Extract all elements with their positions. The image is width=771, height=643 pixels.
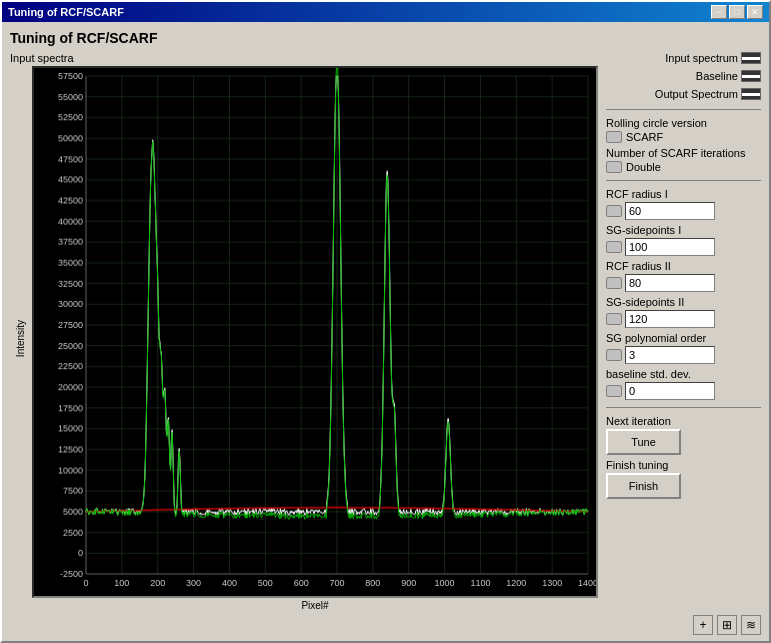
chart-container — [32, 66, 598, 598]
rcf-radius-i-row — [606, 202, 761, 220]
sg-sidepoints-ii-label: SG-sidepoints II — [606, 296, 761, 308]
legend-output-spectrum: Output Spectrum — [655, 88, 761, 100]
divider-3 — [606, 407, 761, 408]
output-spectrum-icon — [741, 88, 761, 100]
minimize-button[interactable]: − — [711, 5, 727, 19]
legend-row: Input spectrum — [606, 52, 761, 64]
sg-poly-order-row — [606, 346, 761, 364]
y-label-container: Intensity — [10, 66, 32, 611]
page-title: Tuning of RCF/SCARF — [10, 30, 761, 46]
input-spectrum-label: Input spectrum — [665, 52, 738, 64]
main-window: Tuning of RCF/SCARF − □ ✕ Tuning of RCF/… — [0, 0, 771, 643]
close-button[interactable]: ✕ — [747, 5, 763, 19]
sidebar: Input spectrum Baseline — [606, 52, 761, 611]
sg-poly-order-label: SG polynomial order — [606, 332, 761, 344]
legend-baseline: Baseline — [696, 70, 761, 82]
rolling-circle-section: Rolling circle version SCARF — [606, 117, 761, 143]
rolling-circle-value: SCARF — [626, 131, 663, 143]
finish-button[interactable]: Finish — [606, 473, 681, 499]
input-spectrum-icon — [741, 52, 761, 64]
sg-sidepoints-i-input[interactable] — [625, 238, 715, 256]
baseline-icon — [741, 70, 761, 82]
spectrum-chart — [34, 68, 596, 596]
maximize-button[interactable]: □ — [729, 5, 745, 19]
sg-sidepoints-ii-input[interactable] — [625, 310, 715, 328]
legend-input-spectrum: Input spectrum — [665, 52, 761, 64]
rolling-circle-radio-group: SCARF — [606, 131, 761, 143]
baseline-std-label: baseline std. dev. — [606, 368, 761, 380]
rcf-radius-i-section: RCF radius I — [606, 188, 761, 220]
tune-section: Next iteration Tune — [606, 415, 761, 455]
rcf-radius-ii-input[interactable] — [625, 274, 715, 292]
sg-sidepoints-i-row — [606, 238, 761, 256]
window-content: Tuning of RCF/SCARF Input spectra Intens… — [2, 22, 769, 643]
title-bar: Tuning of RCF/SCARF − □ ✕ — [2, 2, 769, 22]
divider-1 — [606, 109, 761, 110]
rcf-radius-i-spinner-icon — [606, 205, 622, 217]
baseline-std-row — [606, 382, 761, 400]
sg-poly-order-spinner-icon — [606, 349, 622, 361]
x-axis-label: Pixel# — [32, 600, 598, 611]
window-title: Tuning of RCF/SCARF — [8, 6, 124, 18]
sg-poly-order-input[interactable] — [625, 346, 715, 364]
baseline-std-input[interactable] — [625, 382, 715, 400]
tune-button[interactable]: Tune — [606, 429, 681, 455]
baseline-std-section: baseline std. dev. — [606, 368, 761, 400]
rcf-radius-i-label: RCF radius I — [606, 188, 761, 200]
zoom-reset-icon[interactable]: ⊞ — [717, 615, 737, 635]
rcf-radius-i-input[interactable] — [625, 202, 715, 220]
output-spectrum-line — [742, 93, 760, 96]
sg-poly-order-section: SG polynomial order — [606, 332, 761, 364]
chart-section-label: Input spectra — [10, 52, 598, 64]
chart-area: Input spectra Intensity Pixel# — [10, 52, 598, 611]
baseline-std-spinner-icon — [606, 385, 622, 397]
baseline-label: Baseline — [696, 70, 738, 82]
scarf-iterations-label: Number of SCARF iterations — [606, 147, 761, 159]
scarf-iterations-radio[interactable] — [606, 161, 622, 173]
sg-sidepoints-i-label: SG-sidepoints I — [606, 224, 761, 236]
rcf-radius-ii-spinner-icon — [606, 277, 622, 289]
divider-2 — [606, 180, 761, 181]
rcf-radius-ii-label: RCF radius II — [606, 260, 761, 272]
finish-section: Finish tuning Finish — [606, 459, 761, 499]
input-spectrum-line — [742, 57, 760, 60]
sg-sidepoints-ii-spinner-icon — [606, 313, 622, 325]
sg-sidepoints-i-section: SG-sidepoints I — [606, 224, 761, 256]
finish-tuning-label: Finish tuning — [606, 459, 761, 471]
output-spectrum-label: Output Spectrum — [655, 88, 738, 100]
scarf-iterations-section: Number of SCARF iterations Double — [606, 147, 761, 173]
legend-row-baseline: Baseline — [606, 70, 761, 82]
rolling-circle-label: Rolling circle version — [606, 117, 761, 129]
zoom-out-icon[interactable]: ≋ — [741, 615, 761, 635]
baseline-line — [742, 75, 760, 78]
bottom-bar: + ⊞ ≋ — [10, 611, 761, 635]
scarf-iterations-value: Double — [626, 161, 661, 173]
title-bar-buttons: − □ ✕ — [711, 5, 763, 19]
chart-inner: Pixel# — [32, 66, 598, 611]
sg-sidepoints-i-spinner-icon — [606, 241, 622, 253]
chart-wrapper: Intensity Pixel# — [10, 66, 598, 611]
next-iteration-label: Next iteration — [606, 415, 761, 427]
zoom-in-icon[interactable]: + — [693, 615, 713, 635]
y-axis-label: Intensity — [16, 320, 27, 357]
rcf-radius-ii-section: RCF radius II — [606, 260, 761, 292]
rolling-circle-radio[interactable] — [606, 131, 622, 143]
rcf-radius-ii-row — [606, 274, 761, 292]
sg-sidepoints-ii-row — [606, 310, 761, 328]
sg-sidepoints-ii-section: SG-sidepoints II — [606, 296, 761, 328]
main-area: Input spectra Intensity Pixel# — [10, 52, 761, 611]
legend-row-output: Output Spectrum — [606, 88, 761, 100]
scarf-iterations-radio-group: Double — [606, 161, 761, 173]
